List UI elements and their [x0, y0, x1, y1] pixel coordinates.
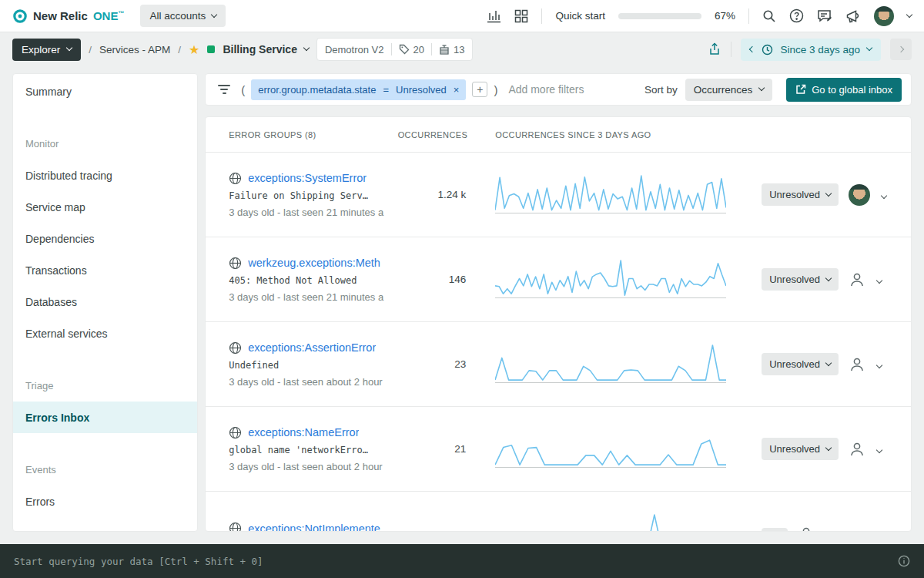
breadcrumb-separator: / — [178, 44, 181, 55]
status-dropdown[interactable] — [762, 528, 788, 533]
error-groups-table: ERROR GROUPS (8) OCCURRENCES OCCURRENCES… — [205, 116, 912, 532]
error-group-row: exceptions:NameError global name 'networ… — [206, 407, 911, 492]
share-icon[interactable] — [708, 42, 721, 56]
sidebar-item-distributed-tracing[interactable]: Distributed tracing — [13, 160, 197, 191]
assignee-unassigned-icon[interactable] — [849, 271, 865, 288]
filter-bar: ( error.group.metadata.state = Unresolve… — [205, 73, 912, 106]
help-icon[interactable] — [789, 8, 804, 23]
occurrences-count: 23 — [403, 358, 477, 370]
time-forward-button[interactable] — [890, 39, 912, 60]
sidebar-item-service-map[interactable]: Service map — [13, 191, 197, 223]
filter-chip[interactable]: error.group.metadata.state = Unresolved … — [251, 79, 466, 100]
breadcrumb: Explorer / Services - APM / ★ Billing Se… — [12, 38, 473, 61]
tags-count[interactable]: 20 — [399, 44, 424, 55]
apps-grid-icon[interactable] — [514, 9, 528, 23]
table-header: ERROR GROUPS (8) OCCURRENCES OCCURRENCES… — [206, 117, 911, 153]
query-input[interactable]: Start querying your data [Ctrl + Shift +… — [14, 556, 263, 567]
occurrences-count: 21 — [403, 443, 477, 455]
error-message: Failure on Shipping Serv… — [229, 190, 403, 201]
error-group-link[interactable]: exceptions:NameError — [248, 426, 359, 439]
breadcrumb-category[interactable]: Services - APM — [99, 44, 170, 55]
divider — [391, 43, 392, 55]
sidebar-item-errors[interactable]: Errors — [13, 486, 197, 517]
add-filters-input[interactable]: Add more filters — [508, 83, 638, 96]
filter-chip-remove-icon[interactable]: × — [454, 84, 460, 96]
announcements-icon[interactable] — [845, 9, 861, 23]
assignee-avatar[interactable] — [849, 184, 870, 206]
accounts-dropdown[interactable]: All accounts — [140, 5, 226, 27]
feedback-icon[interactable] — [817, 9, 832, 23]
sidebar-item-errors-inbox[interactable]: Errors Inbox — [13, 402, 197, 433]
error-group-link[interactable]: exceptions:NotImplemente — [248, 523, 380, 533]
chevron-down-icon — [825, 190, 832, 196]
error-age: 3 days old - last seen about 2 hour — [229, 376, 403, 388]
filter-icon — [218, 85, 230, 94]
error-group-row: exceptions:AssertionError Undefined 3 da… — [206, 322, 911, 407]
filter-chip-value: Unresolved — [396, 84, 447, 96]
sort-by-label: Sort by — [644, 84, 678, 96]
breadcrumb-bar: Explorer / Services - APM / ★ Billing Se… — [0, 32, 924, 66]
row-expand-chevron[interactable] — [875, 272, 883, 287]
globe-icon — [229, 172, 242, 185]
global-inbox-button[interactable]: Go to global inbox — [786, 78, 902, 102]
hosts-count[interactable]: 13 — [439, 44, 464, 55]
tag-icon — [399, 44, 410, 55]
sidebar-item-dependencies[interactable]: Dependencies — [13, 223, 197, 254]
divider — [431, 43, 432, 55]
quick-start-label: Quick start — [555, 10, 605, 22]
assignee-unassigned-icon[interactable] — [798, 526, 815, 533]
assignee-unassigned-icon[interactable] — [849, 356, 865, 373]
divider — [748, 8, 749, 24]
chevron-down-icon — [775, 529, 781, 532]
search-icon[interactable] — [762, 9, 776, 23]
entity-dropdown[interactable]: Billing Service — [223, 43, 308, 55]
occurrences-sparkline — [495, 256, 726, 301]
row-expand-chevron[interactable] — [875, 357, 883, 371]
row-expand-chevron[interactable] — [880, 187, 888, 202]
row-expand-chevron[interactable] — [825, 526, 832, 532]
chevron-down-icon — [66, 45, 72, 51]
time-picker[interactable]: Since 3 days ago — [741, 39, 881, 61]
clock-icon — [762, 44, 773, 55]
globe-icon — [229, 426, 242, 439]
status-dropdown[interactable]: Unresolved — [762, 268, 839, 291]
sidebar-item-transactions[interactable]: Transactions — [13, 254, 197, 286]
open-paren: ( — [241, 83, 245, 96]
error-group-row: werkzeug.exceptions:Meth 405: Method Not… — [206, 237, 911, 322]
row-expand-chevron[interactable] — [875, 442, 883, 456]
status-dropdown[interactable]: Unresolved — [762, 183, 839, 206]
error-group-row: exceptions:NotImplemente — [206, 492, 911, 532]
occurrences-sparkline — [495, 341, 726, 385]
brand-product: ONE™ — [93, 9, 125, 22]
status-dropdown[interactable]: Unresolved — [762, 438, 839, 460]
sidebar: Summary Monitor Distributed tracing Serv… — [12, 73, 198, 532]
error-group-row: exceptions:SystemError Failure on Shippi… — [206, 153, 911, 237]
divider — [731, 42, 732, 57]
content-area: Summary Monitor Distributed tracing Serv… — [12, 73, 912, 532]
environment-name: Demotron V2 — [325, 44, 384, 55]
close-paren: ) — [494, 83, 497, 96]
column-occurrences: OCCURRENCES — [403, 129, 477, 140]
external-link-icon — [795, 84, 806, 95]
status-dropdown[interactable]: Unresolved — [762, 353, 839, 375]
error-group-link[interactable]: exceptions:AssertionError — [248, 341, 376, 354]
add-condition-button[interactable]: + — [472, 82, 487, 97]
sort-dropdown[interactable]: Occurrences — [685, 79, 773, 101]
occurrences-count: 1.24 k — [403, 189, 477, 200]
user-menu-chevron-icon[interactable] — [907, 15, 912, 17]
assignee-unassigned-icon[interactable] — [849, 441, 865, 458]
error-group-link[interactable]: werkzeug.exceptions:Meth — [248, 257, 380, 269]
sidebar-item-external-services[interactable]: External services — [13, 318, 197, 349]
time-back-icon[interactable] — [749, 46, 755, 52]
error-message: 405: Method Not Allowed — [229, 275, 403, 286]
error-message: Undefined — [229, 360, 403, 371]
sidebar-item-summary[interactable]: Summary — [13, 76, 197, 107]
sidebar-item-databases[interactable]: Databases — [13, 286, 197, 318]
favorite-star-icon[interactable]: ★ — [189, 42, 199, 57]
info-icon[interactable] — [898, 555, 910, 567]
error-group-link[interactable]: exceptions:SystemError — [248, 172, 367, 184]
explorer-dropdown[interactable]: Explorer — [12, 39, 81, 61]
sidebar-section-monitor: Monitor — [13, 128, 197, 160]
user-avatar[interactable] — [874, 6, 894, 26]
histogram-icon[interactable] — [487, 9, 501, 23]
